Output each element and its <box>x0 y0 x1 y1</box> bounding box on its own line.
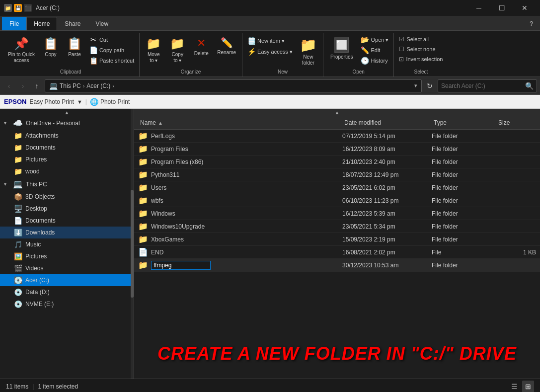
tab-home[interactable]: Home <box>26 17 57 30</box>
sidebar-item-onedrive[interactable]: ▾ ☁️ OneDrive - Personal <box>0 116 134 130</box>
data-d-icon: 💿 <box>14 288 22 296</box>
sidebar-item-downloads[interactable]: ⬇️ Downloads <box>0 227 134 238</box>
table-row[interactable]: 📁 PerfLogs 07/12/2019 5:14 pm File folde… <box>134 130 540 143</box>
select-all-button[interactable]: ☑ Select all <box>397 35 445 44</box>
col-header-size[interactable]: Size <box>496 118 536 127</box>
nvme-e-icon: 💿 <box>14 300 22 308</box>
select-none-button[interactable]: ☐ Select none <box>397 45 445 54</box>
file-type-cell: File folder <box>432 133 496 140</box>
file-type-cell: File folder <box>432 171 496 178</box>
music-icon: 🎵 <box>14 240 22 248</box>
sidebar-item-3d-objects[interactable]: 📦 3D Objects <box>0 191 134 203</box>
col-header-name[interactable]: Name ▲ <box>138 118 342 127</box>
sidebar-item-music[interactable]: 🎵 Music <box>0 238 134 250</box>
delete-button[interactable]: ✕ Delete <box>190 35 212 59</box>
paste-shortcut-button[interactable]: 📋 Paste shortcut <box>87 56 136 66</box>
search-icon[interactable]: 🔍 <box>525 82 534 90</box>
table-row[interactable]: 📄 END 16/08/2021 2:02 pm File 1 KB <box>134 246 540 259</box>
maximize-button[interactable]: ☐ <box>490 0 513 16</box>
back-button[interactable]: ‹ <box>3 80 15 92</box>
file-rows: 📁 PerfLogs 07/12/2019 5:14 pm File folde… <box>134 130 540 379</box>
sidebar-item-pictures-pc[interactable]: 🖼️ Pictures <box>0 250 134 262</box>
address-path[interactable]: 💻 This PC › Acer (C:) › ▾ <box>45 79 422 92</box>
move-to-button[interactable]: 📁 Moveto ▾ <box>143 35 164 66</box>
table-row[interactable]: 📁 Users 23/05/2021 6:02 pm File folder <box>134 181 540 194</box>
table-row[interactable]: 📁 wbfs 06/10/2023 11:23 pm File folder <box>134 194 540 207</box>
sidebar-item-acer-c[interactable]: 💽 Acer (C:) <box>0 274 134 286</box>
new-item-button[interactable]: 🗒️ New item ▾ <box>245 36 287 46</box>
sidebar-item-desktop[interactable]: 🖥️ Desktop <box>0 203 134 215</box>
sidebar-item-documents-onedrive[interactable]: 📁 Documents <box>0 142 134 154</box>
file-size-cell: 1 KB <box>496 249 536 256</box>
history-button[interactable]: 🕑 History <box>359 56 390 66</box>
close-button[interactable]: ✕ <box>513 0 536 16</box>
col-header-date[interactable]: Date modified <box>342 118 432 127</box>
file-date-cell: 30/12/2023 10:53 am <box>342 262 432 269</box>
refresh-button[interactable]: ↻ <box>424 80 436 92</box>
title-controls: ─ ☐ ✕ <box>467 0 536 16</box>
col-header-type[interactable]: Type <box>432 118 496 127</box>
wood-label: wood <box>25 168 40 175</box>
invert-selection-button[interactable]: ⊡ Invert selection <box>397 55 445 64</box>
copy-path-button[interactable]: 📄 Copy path <box>87 45 136 55</box>
open-button[interactable]: 📂 Open ▾ <box>359 35 390 45</box>
documents-pc-icon: 📄 <box>14 217 22 225</box>
epson-photo-print[interactable]: 🌐 Photo Print <box>90 98 130 106</box>
tab-view[interactable]: View <box>88 17 116 30</box>
rename-button[interactable]: ✏️ Rename <box>214 35 239 58</box>
epson-dropdown-button[interactable]: ▼ <box>77 99 82 105</box>
copy-to-button[interactable]: 📁 Copyto ▾ <box>166 35 188 66</box>
path-dropdown-icon[interactable]: ▾ <box>414 82 417 89</box>
file-date-cell: 16/12/2023 5:39 am <box>342 210 432 217</box>
sidebar-item-pictures-onedrive[interactable]: 📁 Pictures <box>0 154 134 165</box>
select-none-label: Select none <box>406 46 435 52</box>
tab-help[interactable]: ? <box>525 17 538 30</box>
tiles-view-button[interactable]: ⊞ <box>522 381 534 392</box>
cut-button[interactable]: ✂ Cut <box>87 35 136 45</box>
file-type-cell: File folder <box>432 184 496 191</box>
pin-quick-access-button[interactable]: 📌 Pin to Quickaccess <box>5 35 38 66</box>
quick-access-icon[interactable]: ⬛ <box>24 4 32 12</box>
sidebar-item-videos[interactable]: 🎬 Videos <box>0 262 134 274</box>
table-row[interactable]: 📁 Python311 18/07/2023 12:49 pm File fol… <box>134 168 540 181</box>
table-row[interactable]: 📁 Windows10Upgrade 23/05/2021 5:34 pm Fi… <box>134 220 540 233</box>
table-row[interactable]: 📁 XboxGames 15/09/2023 2:19 pm File fold… <box>134 233 540 246</box>
table-row[interactable]: 📁 Windows 16/12/2023 5:39 am File folder <box>134 207 540 220</box>
minimize-button[interactable]: ─ <box>467 0 490 16</box>
table-row[interactable]: 📁 Program Files (x86) 21/10/2023 2:40 pm… <box>134 156 540 168</box>
up-button[interactable]: ↑ <box>31 80 43 92</box>
search-input[interactable] <box>441 82 523 89</box>
details-view-button[interactable]: ☰ <box>508 381 520 392</box>
copy-button[interactable]: 📋 Copy <box>40 35 62 60</box>
organize-group: 📁 Moveto ▾ 📁 Copyto ▾ ✕ Delete ✏️ Rename… <box>140 33 242 77</box>
table-row[interactable]: 📁 Program Files 16/12/2023 8:09 am File … <box>134 143 540 156</box>
paste-button[interactable]: 📋 Paste <box>64 35 85 60</box>
file-list-scroll-up[interactable]: ▲ <box>134 109 540 116</box>
desktop-label: Desktop <box>25 205 47 212</box>
table-row[interactable]: 📁 30/12/2023 10:53 am File folder <box>134 259 540 272</box>
sidebar-item-attachments[interactable]: 📁 Attachments <box>0 130 134 142</box>
sidebar-item-wood[interactable]: 📁 wood <box>0 165 134 177</box>
sidebar-item-nvme-e[interactable]: 💿 NVME (E:) <box>0 298 134 310</box>
edit-icon: ✏️ <box>361 46 369 54</box>
file-rename-input[interactable] <box>151 261 211 270</box>
tab-share[interactable]: Share <box>57 17 88 30</box>
edit-button[interactable]: ✏️ Edit <box>359 45 390 55</box>
properties-button[interactable]: 🔲 Properties <box>326 35 357 62</box>
col-size-label: Size <box>498 119 510 126</box>
easy-access-button[interactable]: ⚡ Easy access ▾ <box>245 47 295 57</box>
sidebar-item-data-d[interactable]: 💿 Data (D:) <box>0 286 134 298</box>
videos-icon: 🎬 <box>14 264 22 272</box>
tab-file[interactable]: File <box>2 17 26 30</box>
save-icon-title[interactable]: 💾 <box>14 4 22 12</box>
epson-label: Easy Photo Print <box>30 98 74 105</box>
search-bar[interactable]: 🔍 <box>438 79 537 92</box>
new-folder-button[interactable]: 📁 Newfolder <box>297 35 320 68</box>
sidebar-scroll-up[interactable]: ▲ <box>0 109 134 116</box>
sidebar-item-documents-pc[interactable]: 📄 Documents <box>0 215 134 227</box>
title-bar: 📁 💾 ⬛ Acer (C:) ─ ☐ ✕ <box>0 0 540 16</box>
sidebar-scrollbar-thumb[interactable] <box>131 190 134 298</box>
sidebar-item-this-pc[interactable]: ▾ 💻 This PC <box>0 177 134 191</box>
forward-button[interactable]: › <box>17 80 29 92</box>
copy-to-label: Copyto ▾ <box>172 52 183 64</box>
